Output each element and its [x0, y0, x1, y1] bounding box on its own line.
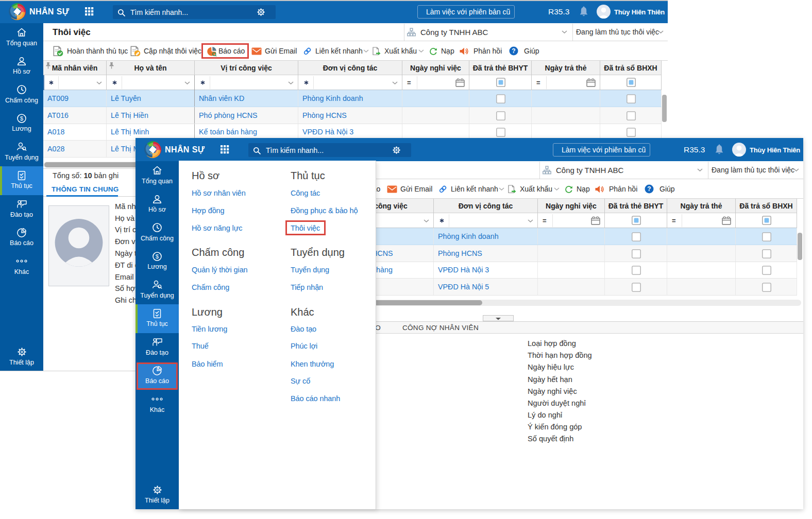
svg-text:$: $: [20, 115, 24, 122]
svg-text:?: ?: [512, 47, 515, 55]
svg-text:$: $: [156, 253, 159, 260]
svg-text:?: ?: [647, 185, 651, 193]
